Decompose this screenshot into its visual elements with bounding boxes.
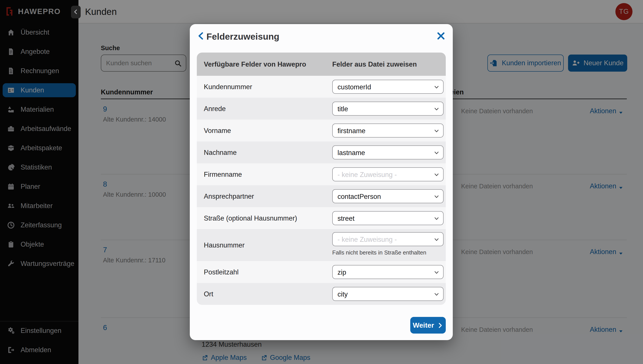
mapping-row: Firmenname- keine Zuweisung - [197,164,446,185]
mapping-select[interactable]: title [332,102,444,116]
mapping-row: AnsprechpartnercontactPerson [197,185,446,207]
chevron-down-icon [433,150,440,156]
mapping-select-value: customerId [337,83,371,91]
next-button[interactable]: Weiter [410,317,446,334]
mapping-field-label: Firmenname [204,170,242,178]
mapping-row: Postleitzahlzip [197,261,446,283]
mapping-row: Nachnamelastname [197,142,446,164]
mapping-select-value: - keine Zuweisung - [337,236,397,244]
mapping-select[interactable]: zip [332,265,444,279]
close-icon [436,38,446,42]
mapping-rows: KundennummercustomerIdAnredetitleVorname… [197,76,446,305]
mapping-field-label: Anrede [204,105,226,113]
mapping-col-file: Felder aus Datei zuweisen [332,60,417,68]
app-screen: HAWEPRO ÜbersichtAngeboteRechnungenKunde… [0,0,643,364]
mapping-field-label: Ansprechpartner [204,192,254,200]
mapping-select-value: title [337,105,348,113]
chevron-down-icon [433,236,440,243]
mapping-select-value: - keine Zuweisung - [337,171,397,179]
mapping-select-value: contactPerson [337,193,381,200]
mapping-row: Ortcity [197,283,446,305]
next-button-label: Weiter [413,321,434,330]
modal-back-button[interactable] [196,31,206,41]
chevron-left-icon [196,38,206,42]
chevron-down-icon [433,172,440,178]
sidebar-collapse-button[interactable] [71,6,81,18]
mapping-helper-text: Falls nicht bereits in Straße enthalten [332,249,426,256]
modal-close-button[interactable] [436,31,446,41]
mapping-row: Hausnummer- keine Zuweisung -Falls nicht… [197,229,446,261]
mapping-select[interactable]: lastname [332,146,444,160]
field-mapping-modal: Felderzuweisung Verfügbare Felder von Ha… [190,24,453,340]
field-mapping-table: Verfügbare Felder von Hawepro Felder aus… [197,52,446,305]
mapping-select[interactable]: firstname [332,124,444,138]
mapping-row: Vornamefirstname [197,120,446,142]
mapping-select[interactable]: street [332,211,444,225]
chevron-down-icon [433,194,440,200]
chevron-down-icon [433,106,440,112]
mapping-select[interactable]: - keine Zuweisung - [332,167,444,181]
mapping-select-value: lastname [337,149,365,157]
mapping-select-value: city [337,290,348,298]
mapping-col-hawepro: Verfügbare Felder von Hawepro [204,60,306,68]
chevron-down-icon [433,84,440,90]
mapping-field-label: Nachname [204,149,237,156]
mapping-row: Straße (optional Hausnummer)street [197,207,446,229]
chevron-down-icon [433,216,440,222]
mapping-select[interactable]: - keine Zuweisung - [332,232,444,246]
mapping-select[interactable]: city [332,287,444,301]
mapping-field-label: Kundennummer [204,83,252,91]
mapping-select-value: firstname [337,127,365,135]
mapping-row: KundennummercustomerId [197,76,446,98]
mapping-field-label: Ort [204,290,213,298]
chevron-left-icon [73,9,79,15]
mapping-field-label: Straße (optional Hausnummer) [204,214,297,222]
chevron-down-icon [433,270,440,276]
mapping-field-label: Postleitzahl [204,268,239,276]
mapping-field-label: Hausnummer [204,241,245,249]
chevron-down-icon [433,291,440,298]
modal-title: Felderzuweisung [206,32,279,42]
mapping-select[interactable]: customerId [332,80,444,94]
mapping-select[interactable]: contactPerson [332,189,444,203]
chevron-down-icon [433,128,440,134]
chevron-right-icon [437,322,443,328]
mapping-select-value: street [337,215,355,222]
mapping-select-value: zip [337,268,346,276]
mapping-row: Anredetitle [197,98,446,120]
mapping-field-label: Vorname [204,127,231,135]
mapping-table-header: Verfügbare Felder von Hawepro Felder aus… [197,52,446,76]
